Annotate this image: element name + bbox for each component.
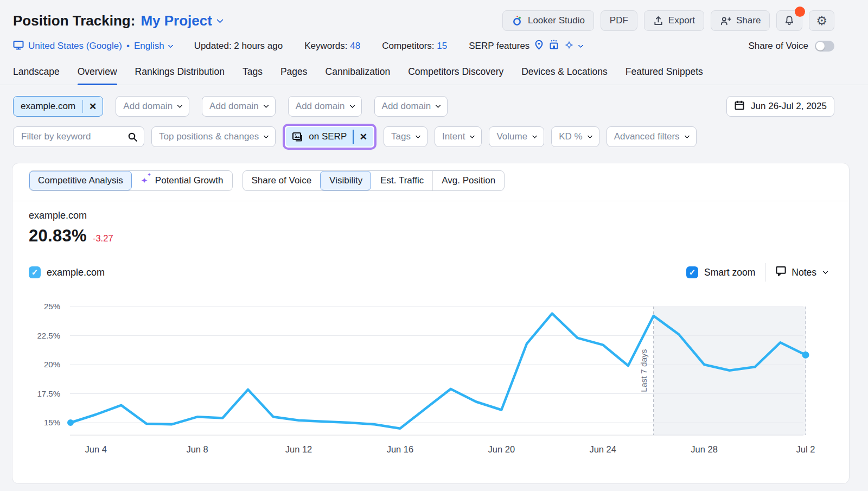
potential-growth-button[interactable]: ✦✦ Potential Growth [132,171,232,190]
volume-dropdown[interactable]: Volume [489,126,544,147]
updated-status: Updated: 2 hours ago [194,41,283,52]
looker-studio-button[interactable]: Looker Studio [502,10,594,31]
local-pack-icon [548,40,559,53]
position-tracking-page: Position Tracking: My Project Looker Stu… [0,0,868,484]
serp-features-selector[interactable]: SERP features [469,40,583,53]
image-serp-feature-icon [286,132,303,142]
pdf-button[interactable]: PDF [601,10,637,31]
keyword-filter-field [13,126,144,147]
tab-competitors-discovery[interactable]: Competitors Discovery [408,66,503,85]
tags-dropdown[interactable]: Tags [384,126,427,147]
tab-cannibalization[interactable]: Cannibalization [326,66,391,85]
sparkle-icon: ✦✦ [141,176,151,186]
legend-domain-item: ✓ example.com [29,266,105,278]
notifications-button[interactable] [776,10,802,31]
remove-domain-icon[interactable]: ✕ [83,102,103,111]
project-selector[interactable]: My Project [141,12,212,29]
chevron-down-icon [349,103,355,108]
on-serp-filter-chip[interactable]: on SERP ✕ [286,127,373,146]
visibility-value: 20.83% [29,226,87,246]
serp-features-label: SERP features [469,41,529,52]
keyword-filter-input[interactable] [14,131,121,142]
visibility-line-chart[interactable]: 15%17.5%20%22.5%25%Last 7 daysJun 4Jun 8… [12,163,850,483]
svg-text:Jul 2: Jul 2 [796,444,815,454]
top-positions-dropdown[interactable]: Top positions & changes [151,126,276,147]
metric-tabs: Share of Voice Visibility Est. Traffic A… [242,170,505,191]
chevron-down-icon [415,133,420,138]
tab-landscape[interactable]: Landscape [13,66,60,85]
chevron-down-icon [470,133,475,138]
keywords-value[interactable]: 48 [350,41,360,51]
chevron-down-icon [168,42,173,48]
metric-domain-label: example.com [29,210,113,221]
tab-avg-position[interactable]: Avg. Position [432,171,504,190]
svg-text:25%: 25% [44,302,60,311]
note-bubble-icon [775,265,787,279]
competitive-analysis-button[interactable]: Competitive Analysis [29,171,132,190]
tab-rankings-distribution[interactable]: Rankings Distribution [135,66,225,85]
smart-zoom-checkbox[interactable]: ✓ [686,266,698,278]
intent-dropdown[interactable]: Intent [435,126,482,147]
date-range-picker[interactable]: Jun 26-Jul 2, 2025 [726,96,834,117]
add-domain-dropdown-3[interactable]: Add domain [288,96,362,117]
bullet-separator: • [126,41,130,52]
visibility-delta: -3.27 [93,233,113,244]
add-domain-dropdown-1[interactable]: Add domain [116,96,189,117]
tab-share-of-voice[interactable]: Share of Voice [243,171,321,190]
visibility-metric: example.com 20.83% -3.27 [29,210,113,246]
header-actions: Looker Studio PDF Export Share [502,10,834,31]
svg-text:15%: 15% [44,418,60,427]
tab-devices-locations[interactable]: Devices & Locations [521,66,608,85]
chevron-down-icon [578,42,584,48]
share-of-voice-toggle-group: Share of Voice [748,41,834,52]
remove-on-serp-filter-icon[interactable]: ✕ [354,132,373,142]
settings-button[interactable]: ⚙ [809,10,834,31]
language-label: English [134,41,164,52]
chart-controls: ✓ Smart zoom Notes [686,263,827,282]
kd-dropdown[interactable]: KD % [551,126,599,147]
share-button[interactable]: Share [711,10,770,31]
competitors-count: Competitors: 15 [382,41,447,52]
chevron-down-icon [587,133,592,138]
chevron-down-icon [823,269,828,274]
tab-pages[interactable]: Pages [280,66,308,85]
competitors-value[interactable]: 15 [437,41,447,51]
domain-chip[interactable]: example.com ✕ [13,96,103,117]
share-of-voice-toggle[interactable] [815,41,834,52]
header: Position Tracking: My Project Looker Stu… [0,0,868,54]
location-pin-icon [534,40,544,53]
on-serp-highlight-annotation: on SERP ✕ [283,124,376,150]
chevron-down-icon [684,133,690,138]
ai-overview-icon [564,40,575,53]
domain-chip-label: example.com [14,101,82,112]
tab-tags[interactable]: Tags [242,66,263,85]
svg-text:20%: 20% [44,360,60,369]
notes-label: Notes [792,267,816,278]
chevron-down-icon [264,133,269,138]
add-domain-dropdown-2[interactable]: Add domain [202,96,276,117]
advanced-filters-dropdown[interactable]: Advanced filters [607,126,697,147]
tab-featured-snippets[interactable]: Featured Snippets [626,66,703,85]
search-icon[interactable] [121,127,144,146]
card-tab-bar: Competitive Analysis ✦✦ Potential Growth… [29,170,505,191]
tab-est-traffic[interactable]: Est. Traffic [371,171,432,190]
toggle-knob [816,42,825,50]
chevron-down-icon[interactable] [216,16,224,23]
looker-studio-icon [512,15,523,27]
svg-text:Jun 16: Jun 16 [387,444,414,454]
divider [765,263,765,282]
export-button[interactable]: Export [644,10,704,31]
domain-visibility-checkbox[interactable]: ✓ [29,266,41,278]
location-language-selector[interactable]: United States (Google) • English [13,40,173,53]
date-range-label: Jun 26-Jul 2, 2025 [751,101,827,112]
tab-overview[interactable]: Overview [78,66,117,85]
chart-legend-row: ✓ example.com ✓ Smart zoom Notes [29,263,827,282]
keyword-filter-row: Top positions & changes on SERP ✕ Tags I… [13,124,834,150]
on-serp-label: on SERP [303,131,353,142]
legend-domain-label: example.com [47,267,105,278]
notes-dropdown[interactable]: Notes [775,265,827,279]
tab-visibility[interactable]: Visibility [320,171,371,190]
domains-filter-row: example.com ✕ Add domain Add domain Add … [13,96,834,117]
page-title-text: Position Tracking: [13,12,135,29]
add-domain-dropdown-4[interactable]: Add domain [374,96,448,117]
